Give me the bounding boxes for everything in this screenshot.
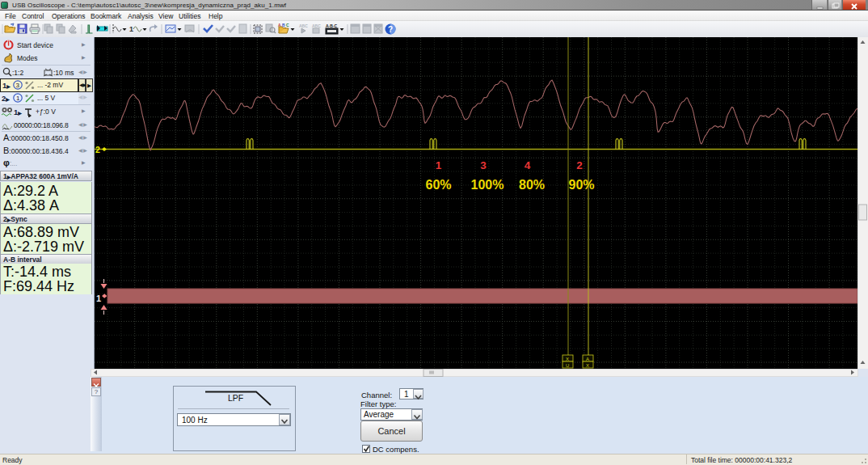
svg-text:ABC: ABC (312, 23, 321, 28)
svg-text:4: 4 (525, 159, 531, 171)
svg-text:LPF: LPF (228, 393, 243, 403)
svg-text:C: C (286, 23, 289, 27)
svg-text:1: 1 (16, 95, 20, 102)
svg-text:1: 1 (96, 294, 101, 303)
svg-text:1: 1 (129, 25, 133, 33)
svg-text:80%: 80% (519, 178, 545, 192)
svg-text:2: 2 (576, 159, 583, 171)
svg-text:X: X (566, 357, 569, 361)
svg-text:A: A (586, 357, 589, 361)
svg-text:X: X (586, 363, 589, 368)
svg-text:2: 2 (95, 145, 100, 154)
svg-text:?: ? (388, 25, 393, 34)
svg-text:1: 1 (436, 159, 442, 171)
svg-text:ABC: ABC (299, 23, 308, 28)
svg-text:100%: 100% (471, 178, 504, 192)
svg-text:60%: 60% (425, 178, 451, 192)
svg-text:3: 3 (480, 159, 487, 171)
svg-text:U: U (566, 363, 569, 368)
svg-text:90%: 90% (568, 178, 594, 192)
svg-text:A·B·C: A·B·C (326, 23, 338, 28)
svg-text:3: 3 (16, 82, 20, 89)
